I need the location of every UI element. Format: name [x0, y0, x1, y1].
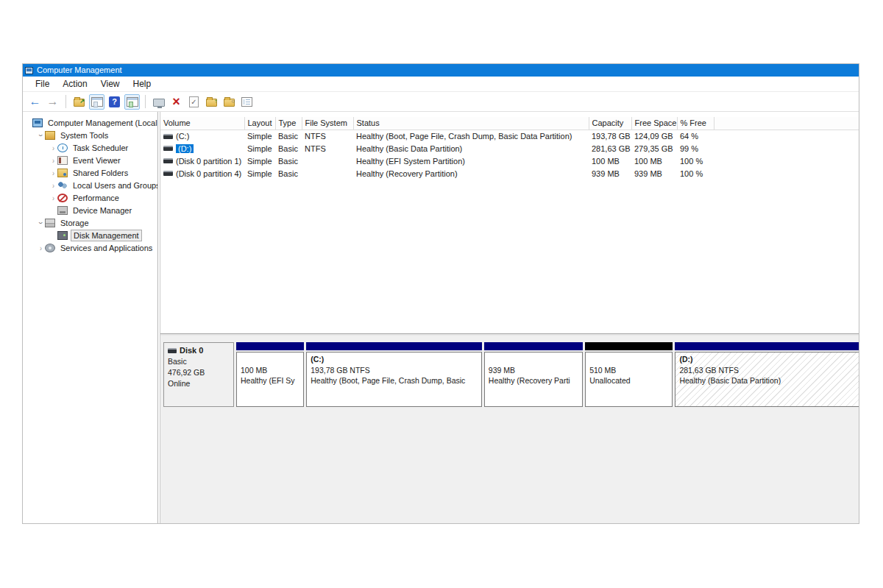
computer-management-window: Computer Management FileActionViewHelp ←… — [22, 63, 859, 524]
tree-item-storage[interactable]: ›Storage — [23, 216, 157, 229]
tree-item-system-tools[interactable]: ›System Tools — [23, 129, 157, 141]
cell-filler — [714, 130, 859, 142]
column-header-volume[interactable]: Volume — [160, 117, 244, 130]
partition-color-bar — [306, 342, 482, 350]
display-button[interactable] — [151, 94, 166, 110]
disk-0-label-panel[interactable]: Disk 0 Basic 476,92 GB Online — [163, 342, 234, 407]
back-button[interactable]: ← — [27, 94, 43, 110]
check-disk-button[interactable]: ✓ — [186, 94, 202, 110]
partition-body[interactable]: 939 MBHealthy (Recovery Parti — [484, 352, 583, 407]
cell-free-space: 100 MB — [631, 155, 677, 167]
disk-size: 476,92 GB — [168, 367, 230, 378]
main-content: Computer Management (Local›System Tools›… — [23, 112, 859, 523]
tree-item-label: Local Users and Groups — [71, 180, 157, 191]
tree-item-label: System Tools — [58, 130, 110, 141]
cell-filler — [714, 155, 859, 167]
forward-button[interactable]: → — [45, 94, 60, 110]
expander-closed-icon[interactable]: › — [49, 143, 57, 152]
expander-closed-icon[interactable]: › — [49, 168, 57, 177]
column-header-file-system[interactable]: File System — [302, 117, 353, 130]
partition-body[interactable]: 510 MBUnallocated — [585, 352, 673, 407]
properties-button[interactable] — [239, 94, 255, 110]
show-console-tree-button[interactable] — [89, 94, 104, 110]
partition-healthy-efi-sy[interactable]: 100 MBHealthy (EFI Sy — [236, 342, 304, 407]
menu-file[interactable]: File — [29, 77, 56, 91]
tree-item-task-scheduler[interactable]: ›Task Scheduler — [23, 141, 157, 154]
tree-item-device-manager[interactable]: Device Manager — [23, 204, 157, 216]
tree-item-local-users-and-groups[interactable]: ›Local Users and Groups — [23, 179, 157, 191]
properties-list-icon — [241, 97, 252, 107]
volume-drive-icon — [163, 158, 173, 163]
cell-type: Basic — [275, 155, 302, 167]
cell-capacity: 100 MB — [589, 155, 631, 167]
console-window-play-icon — [127, 97, 138, 107]
tree-item-disk-management[interactable]: Disk Management — [23, 229, 157, 241]
expander-closed-icon[interactable]: › — [37, 243, 45, 252]
tree-item-event-viewer[interactable]: ›Event Viewer — [23, 154, 157, 166]
partition-color-bar — [675, 342, 859, 350]
shared-folders-icon — [57, 169, 68, 177]
table-row[interactable]: (Disk 0 partition 1)SimpleBasicHealthy (… — [160, 155, 859, 167]
open-button[interactable]: ↑ — [204, 94, 219, 110]
up-one-level-button[interactable]: ↗ — [71, 94, 87, 110]
cell-capacity: 939 MB — [589, 167, 631, 180]
disk-management-icon — [57, 231, 68, 240]
partition-c[interactable]: (C:)193,78 GB NTFSHealthy (Boot, Page Fi… — [306, 342, 482, 407]
show-action-pane-button[interactable] — [124, 94, 140, 110]
partition-d[interactable]: (D:)281,63 GB NTFSHealthy (Basic Data Pa… — [675, 342, 859, 407]
help-button[interactable]: ? — [107, 94, 122, 110]
expander-closed-icon[interactable]: › — [49, 180, 57, 190]
details-panel: VolumeLayoutTypeFile SystemStatusCapacit… — [160, 112, 859, 523]
title-bar[interactable]: Computer Management — [23, 64, 859, 77]
tree-item-shared-folders[interactable]: ›Shared Folders — [23, 166, 157, 179]
column-header-filler[interactable] — [714, 117, 859, 130]
partition-color-bar — [484, 342, 583, 350]
partition-body[interactable]: (C:)193,78 GB NTFSHealthy (Boot, Page Fi… — [306, 352, 482, 407]
partition-status: Healthy (EFI Sy — [241, 375, 299, 386]
tree-item-label: Computer Management (Local — [46, 118, 157, 128]
storage-icon — [45, 219, 55, 227]
expander-closed-icon[interactable]: › — [49, 155, 57, 165]
delete-button[interactable]: × — [169, 94, 184, 110]
tree-item-label: Disk Management — [71, 230, 142, 241]
computer-icon — [32, 118, 43, 127]
tree-item-label: Performance — [71, 193, 121, 203]
tree-item-label: Shared Folders — [71, 168, 130, 178]
cell-pct-free: 100 % — [677, 167, 714, 180]
column-header-free[interactable]: % Free — [677, 117, 714, 130]
column-header-type[interactable]: Type — [275, 117, 302, 130]
volume-name: (Disk 0 partition 4) — [163, 169, 241, 178]
partition-unallocated[interactable]: 510 MBUnallocated — [585, 342, 673, 407]
cell-filler — [714, 167, 859, 180]
table-row[interactable]: (Disk 0 partition 4)SimpleBasicHealthy (… — [160, 167, 859, 180]
disk-type: Basic — [168, 356, 230, 367]
cell-pct-free: 100 % — [677, 155, 714, 167]
tree-item-computer-management-local[interactable]: Computer Management (Local — [23, 116, 157, 129]
console-window-icon — [91, 97, 103, 107]
partition-body[interactable]: 100 MBHealthy (EFI Sy — [236, 352, 304, 407]
cell-status: Healthy (Basic Data Partition) — [353, 142, 589, 155]
volume-label: (D:) — [176, 144, 194, 153]
expander-closed-icon[interactable]: › — [49, 193, 57, 202]
column-header-capacity[interactable]: Capacity — [589, 117, 631, 130]
table-row[interactable]: (C:)SimpleBasicNTFSHealthy (Boot, Page F… — [160, 130, 859, 142]
volume-label: (Disk 0 partition 4) — [176, 169, 241, 178]
partition-size: 100 MB — [241, 365, 299, 376]
volume-name: (D:) — [163, 144, 194, 153]
partitions-strip: 100 MBHealthy (EFI Sy(C:)193,78 GB NTFSH… — [236, 342, 859, 407]
tree-item-performance[interactable]: ›Performance — [23, 191, 157, 204]
menu-help[interactable]: Help — [127, 77, 158, 91]
column-header-free-space[interactable]: Free Space — [631, 117, 677, 130]
table-row[interactable]: (D:)SimpleBasicNTFSHealthy (Basic Data P… — [160, 142, 859, 155]
column-header-layout[interactable]: Layout — [244, 117, 275, 130]
cell-file-system — [302, 167, 353, 180]
partition-healthy-recovery-parti[interactable]: 939 MBHealthy (Recovery Parti — [484, 342, 583, 407]
cell-capacity: 193,78 GB — [589, 130, 631, 142]
menu-view[interactable]: View — [94, 77, 127, 91]
cell-layout: Simple — [244, 167, 275, 180]
tree-item-services-and-applications[interactable]: ›Services and Applications — [23, 241, 157, 254]
partition-body[interactable]: (D:)281,63 GB NTFSHealthy (Basic Data Pa… — [675, 352, 859, 407]
column-header-status[interactable]: Status — [353, 117, 589, 130]
explore-button[interactable]: ○ — [221, 94, 237, 110]
menu-action[interactable]: Action — [56, 77, 93, 91]
